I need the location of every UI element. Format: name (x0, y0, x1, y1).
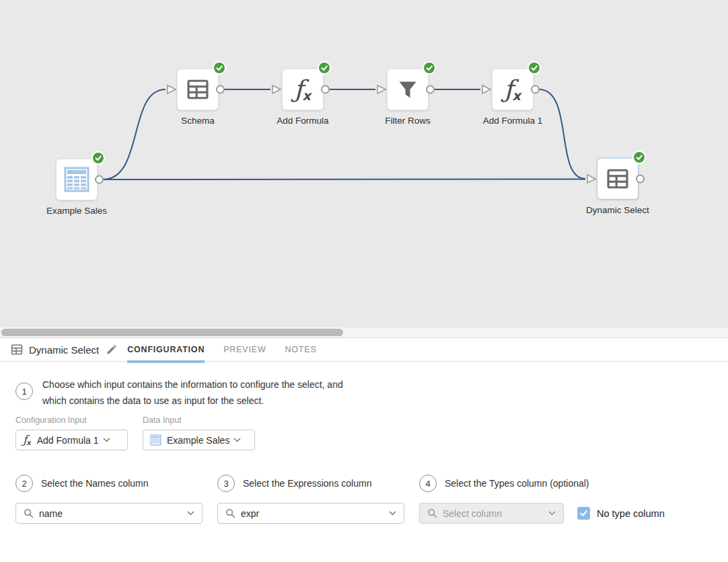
success-badge-icon (318, 61, 331, 75)
names-column-select[interactable]: name (15, 503, 203, 524)
no-type-column-label: No type column (597, 508, 665, 519)
output-port[interactable] (216, 85, 225, 94)
column-steps-row: 2 Select the Names column name 3 Select … (15, 475, 728, 524)
success-badge-icon (92, 151, 105, 165)
table-schema-icon (11, 344, 23, 356)
node-add-formula[interactable]: ƒx (282, 69, 324, 110)
rename-pencil-icon[interactable] (106, 344, 116, 355)
step-4-number: 4 (419, 475, 437, 492)
edge-example-sales-to-schema[interactable] (103, 89, 166, 179)
panel-title: Dynamic Select (29, 344, 99, 356)
step-2-number: 2 (15, 475, 33, 492)
step-4: 4 Select the Types column (optional) Sel… (419, 475, 665, 524)
success-badge-icon (423, 61, 436, 75)
search-icon (24, 508, 34, 518)
tab-configuration[interactable]: CONFIGURATION (127, 338, 205, 361)
output-port[interactable] (95, 175, 104, 184)
node-label: Filter Rows (347, 116, 468, 126)
input-port[interactable] (376, 84, 387, 95)
input-port[interactable] (481, 84, 492, 95)
input-labels-row: Configuration Input Data Input (15, 415, 728, 425)
checkbox-checked-icon[interactable] (577, 507, 590, 520)
configuration-input-dropdown[interactable]: ƒx Add Formula 1 (15, 430, 128, 450)
step-1-number: 1 (15, 383, 33, 400)
success-badge-icon (213, 61, 226, 75)
output-port[interactable] (531, 85, 540, 94)
node-dynamic-select[interactable] (597, 158, 639, 200)
panel-tabs: CONFIGURATION PREVIEW NOTES (127, 338, 316, 361)
formula-fx-icon: ƒx (504, 77, 521, 102)
table-data-icon (150, 434, 161, 446)
data-input-dropdown[interactable]: Example Sales (143, 430, 255, 450)
input-port[interactable] (166, 84, 177, 95)
step-1: 1 Choose which input contains the inform… (15, 376, 728, 409)
formula-fx-icon: ƒx (23, 434, 32, 446)
chevron-down-icon (548, 511, 556, 516)
step-2-title: Select the Names column (41, 478, 149, 489)
scrollbar-thumb[interactable] (1, 329, 343, 336)
node-filter-rows[interactable] (387, 69, 429, 110)
panel-header: Dynamic Select CONFIGURATION PREVIEW NOT… (0, 338, 728, 362)
input-port[interactable] (271, 84, 282, 95)
success-badge-icon (632, 151, 646, 164)
chevron-down-icon (233, 438, 241, 442)
no-type-column-checkbox-group[interactable]: No type column (577, 507, 665, 520)
data-input-label: Data Input (143, 415, 182, 425)
node-label: Add Formula (242, 116, 363, 126)
node-label: Dynamic Select (557, 205, 678, 215)
output-port[interactable] (321, 85, 330, 94)
search-icon (427, 508, 437, 518)
node-add-formula-1[interactable]: ƒx (492, 69, 534, 110)
node-example-sales[interactable] (56, 159, 98, 200)
configuration-input-label: Configuration Input (15, 415, 143, 425)
tab-notes[interactable]: NOTES (285, 338, 316, 361)
formula-fx-icon: ƒx (294, 77, 312, 102)
chevron-down-icon (103, 438, 110, 442)
step-3-title: Select the Expressions column (243, 478, 371, 489)
filter-funnel-icon (397, 79, 418, 100)
input-dropdowns-row: ƒx Add Formula 1 Example Sales (15, 430, 728, 450)
table-data-icon (63, 165, 91, 194)
step-2: 2 Select the Names column name (15, 475, 217, 524)
pipeline-canvas[interactable]: Example Sales Schema ƒx Add Formula (0, 0, 728, 327)
output-port[interactable] (426, 85, 435, 94)
horizontal-scrollbar[interactable] (0, 327, 728, 338)
step-3-number: 3 (217, 475, 235, 492)
types-column-select: Select column (419, 503, 564, 524)
success-badge-icon (527, 61, 541, 75)
search-icon (225, 508, 235, 518)
chevron-down-icon (389, 511, 396, 516)
chevron-down-icon (187, 511, 194, 516)
tab-preview[interactable]: PREVIEW (223, 338, 266, 361)
node-label: Example Sales (16, 206, 137, 216)
expressions-column-select[interactable]: expr (217, 503, 404, 524)
node-schema[interactable] (177, 69, 219, 110)
step-3: 3 Select the Expressions column expr (217, 475, 419, 524)
step-4-title: Select the Types column (optional) (445, 478, 589, 489)
table-schema-icon (186, 78, 209, 101)
input-port[interactable] (586, 173, 597, 184)
configuration-panel: 1 Choose which input contains the inform… (0, 362, 728, 524)
edge-add-formula-1-to-dynamic-select[interactable] (539, 89, 585, 179)
node-label: Schema (137, 116, 258, 126)
table-schema-icon (606, 167, 629, 190)
step-1-description: Choose which input contains the informat… (42, 376, 343, 409)
node-label: Add Formula 1 (452, 116, 573, 126)
edge-example-sales-to-dynamic-select[interactable] (103, 179, 585, 180)
output-port[interactable] (636, 175, 645, 184)
